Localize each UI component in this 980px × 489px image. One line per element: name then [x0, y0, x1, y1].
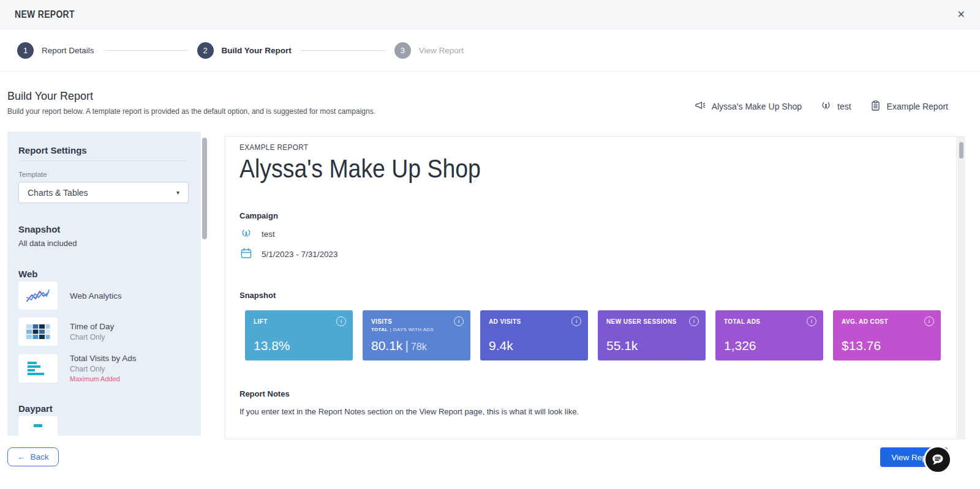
metric-value: 9.4k [489, 338, 513, 353]
metric-value: 80.1k [371, 338, 402, 353]
metric-card-lift: LIFT i 13.8% [245, 310, 353, 360]
step-2-circle: 2 [197, 42, 214, 59]
panel-scrollbar-thumb[interactable] [959, 142, 963, 159]
sidebar-item-time-of-day[interactable]: Time of Day Chart Only [18, 318, 201, 346]
snapshot-cards: LIFT i 13.8% VISITS TOTAL|DAYS WITH ADS … [245, 310, 941, 360]
sidebar-title: Report Settings [18, 132, 201, 155]
back-label: Back [31, 452, 49, 461]
info-icon[interactable]: i [924, 316, 934, 326]
page-subtitle: Build your report below. A template repo… [7, 107, 375, 116]
report-notes-title: Report Notes [239, 389, 290, 398]
report-name-context: Example Report [870, 100, 948, 113]
panel-scrollbar [957, 136, 965, 439]
step-1-circle: 1 [17, 42, 34, 59]
info-icon[interactable]: i [571, 316, 581, 326]
back-arrow-icon: ← [17, 452, 26, 461]
back-button[interactable]: ← Back [7, 447, 59, 466]
metric-label: NEW USER SESSIONS [606, 318, 677, 325]
chevron-down-icon: ▾ [176, 189, 179, 196]
snapshot-section-title: Snapshot [18, 224, 201, 234]
stepper: 1 Report Details 2 Build Your Report 3 V… [0, 29, 980, 72]
broadcast-icon [820, 100, 832, 113]
page-title: Build Your Report [7, 90, 93, 103]
metric-card-avg-ad-cost: AVG. AD COST i $13.76 [833, 310, 941, 360]
item-label: Time of Day [70, 322, 114, 331]
daypart-section-title: Daypart [18, 403, 201, 414]
metric-value: 1,326 [724, 338, 756, 353]
web-section-title: Web [18, 269, 201, 279]
info-icon[interactable]: i [336, 316, 346, 326]
metric-value: 55.1k [606, 338, 638, 353]
advertiser-name: Alyssa's Make Up Shop [712, 102, 802, 111]
item-label: Web Analytics [70, 291, 122, 300]
campaign-context: test [820, 100, 851, 113]
topbar: NEW REPORT ✕ [0, 0, 980, 29]
info-icon[interactable]: i [689, 316, 699, 326]
item-note: Chart Only [70, 365, 137, 373]
template-value: Charts & Tables [28, 188, 88, 198]
clipboard-icon [870, 100, 881, 113]
item-warning: Maximum Added [70, 375, 137, 383]
campaign-name: test [262, 230, 275, 239]
report-title: Alyssa's Make Up Shop [239, 152, 481, 184]
info-icon[interactable]: i [454, 316, 464, 326]
page-header: Build Your Report Build your report belo… [0, 72, 980, 132]
advertiser-context: Alyssa's Make Up Shop [695, 100, 802, 113]
step-build-your-report[interactable]: 2 Build Your Report [197, 42, 292, 59]
metric-card-new-user-sessions: NEW USER SESSIONS i 55.1k [598, 310, 706, 360]
metric-card-visits: VISITS TOTAL|DAYS WITH ADS i 80.1k|78k [363, 310, 470, 360]
campaign-row: test [240, 227, 275, 241]
report-eyebrow: EXAMPLE REPORT [239, 143, 308, 152]
heatmap-icon [18, 318, 58, 346]
report-settings-sidebar: Report Settings Template Charts & Tables… [7, 132, 201, 436]
bar-chart-icon [18, 354, 58, 383]
campaign-label: Campaign [239, 211, 278, 220]
metric-label: AVG. AD COST [842, 318, 888, 325]
step-2-label: Build Your Report [222, 46, 292, 55]
report-notes-body: If you enter text in the Report Notes se… [239, 407, 579, 416]
sidebar-item-total-visits-by-ads[interactable]: Total Visits by Ads Chart Only Maximum A… [18, 354, 201, 383]
date-range: 5/1/2023 - 7/31/2023 [262, 250, 338, 259]
metric-value: $13.76 [842, 338, 881, 353]
item-note: Chart Only [70, 333, 114, 342]
report-context: Alyssa's Make Up Shop test [695, 100, 948, 113]
step-3-circle: 3 [394, 42, 411, 59]
window-title: NEW REPORT [15, 9, 75, 20]
step-report-details[interactable]: 1 Report Details [17, 42, 94, 59]
metric-card-ad-visits: AD VISITS i 9.4k [480, 310, 588, 360]
report-name: Example Report [887, 102, 948, 111]
step-view-report[interactable]: 3 View Report [394, 42, 464, 59]
close-icon[interactable]: ✕ [957, 10, 965, 20]
chat-bubble-icon[interactable] [924, 446, 952, 474]
line-chart-icon [18, 282, 58, 310]
sidebar-scrollbar [202, 134, 207, 433]
metric-sublabel: TOTAL|DAYS WITH ADS [371, 327, 434, 332]
megaphone-icon [695, 100, 706, 113]
divider [18, 160, 187, 161]
metric-label: VISITS [371, 318, 392, 325]
metric-value-secondary: 78k [411, 342, 427, 352]
sidebar-scrollbar-thumb[interactable] [202, 138, 207, 239]
template-select[interactable]: Charts & Tables ▾ [18, 182, 189, 203]
metric-card-total-ads: TOTAL ADS i 1,326 [715, 310, 823, 360]
sidebar-item-daypart-partial[interactable] [18, 416, 201, 436]
step-1-label: Report Details [42, 46, 94, 55]
date-range-row: 5/1/2023 - 7/31/2023 [240, 247, 338, 261]
step-connector [301, 50, 385, 51]
report-preview-panel: EXAMPLE REPORT Alyssa's Make Up Shop Cam… [225, 136, 957, 439]
step-3-label: View Report [419, 46, 464, 55]
item-label: Total Visits by Ads [70, 354, 137, 363]
metric-label: TOTAL ADS [724, 318, 760, 325]
metric-value: 13.8% [254, 338, 290, 353]
metric-label: AD VISITS [489, 318, 521, 325]
metric-label: LIFT [254, 318, 268, 325]
broadcast-icon [240, 227, 252, 241]
snapshot-description: All data included [18, 239, 201, 248]
snapshot-label: Snapshot [239, 291, 276, 300]
daypart-chart-icon [18, 416, 58, 436]
step-connector [104, 50, 188, 51]
calendar-icon [240, 247, 252, 261]
info-icon[interactable]: i [807, 316, 816, 326]
campaign-name: test [837, 102, 851, 111]
sidebar-item-web-analytics[interactable]: Web Analytics [18, 282, 201, 310]
